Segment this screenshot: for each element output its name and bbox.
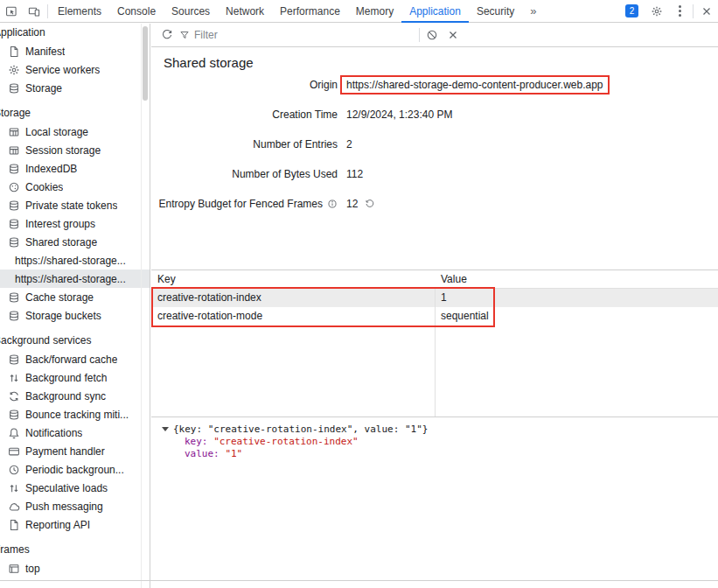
sidebar-item-speculative-loads[interactable]: Speculative loads [0, 479, 150, 497]
tab-memory[interactable]: Memory [348, 0, 401, 23]
column-header-key[interactable]: Key [151, 270, 435, 288]
sidebar-item-payment-handler[interactable]: Payment handler [0, 442, 150, 460]
sidebar-item-local-storage[interactable]: Local storage [0, 122, 150, 141]
inspect-cursor-icon [5, 5, 17, 18]
filter-input[interactable] [194, 29, 417, 41]
sidebar-section-frames[interactable]: Frames [0, 541, 150, 559]
device-toolbar-button[interactable] [23, 0, 45, 23]
tab-performance[interactable]: Performance [272, 0, 348, 23]
clock-icon [8, 464, 20, 476]
arrows-up-down-icon [8, 482, 20, 494]
tab-network[interactable]: Network [218, 0, 272, 23]
block-icon [426, 29, 438, 41]
sidebar-item-session-storage[interactable]: Session storage [0, 141, 150, 159]
entries-label: Number of Entries [151, 138, 338, 150]
sidebar-item-background-sync[interactable]: Background sync [0, 387, 150, 405]
creation-time-value: 12/9/2024, 1:23:40 PM [346, 108, 452, 121]
sidebar-item-background-fetch[interactable]: Background fetch [0, 368, 150, 387]
database-icon [8, 200, 20, 212]
tab-sources[interactable]: Sources [164, 0, 218, 23]
delete-selected-button[interactable] [443, 24, 464, 46]
tab-security[interactable]: Security [469, 0, 522, 23]
devtools-tab-bar: Elements Console Sources Network Perform… [0, 0, 718, 23]
close-devtools-button[interactable] [695, 0, 718, 23]
info-icon[interactable] [327, 199, 338, 209]
bytes-used-value: 112 [346, 168, 363, 180]
metadata-section: Origin https://shared-storage-demo-conte… [151, 70, 718, 219]
cell-key: creative-rotation-index [151, 289, 435, 307]
column-header-value[interactable]: Value [435, 270, 718, 288]
delete-all-button[interactable] [422, 24, 443, 46]
more-tabs-button[interactable]: » [522, 0, 544, 23]
database-icon [8, 236, 20, 248]
scrollbar-gutter [141, 24, 142, 588]
shared-storage-toolbar [151, 24, 718, 47]
object-property-value: value: "1" [162, 448, 718, 459]
reset-budget-icon[interactable] [365, 199, 375, 209]
tab-console[interactable]: Console [109, 0, 164, 23]
storage-items-table: Key Value creative-rotation-index 1 crea… [151, 270, 718, 416]
entries-value: 2 [346, 138, 352, 150]
sidebar-item-cookies[interactable]: Cookies [0, 178, 150, 196]
gear-icon [651, 5, 663, 18]
preview-pane: {key: "creative-rotation-index", value: … [151, 416, 718, 588]
metadata-row-origin: Origin https://shared-storage-demo-conte… [151, 70, 718, 100]
annotation-box-origin: https://shared-storage-demo-content-prod… [340, 75, 610, 94]
origin-label: Origin [151, 79, 338, 91]
database-icon [8, 310, 20, 322]
arrows-up-down-icon [8, 372, 20, 384]
sidebar-item-frame-top[interactable]: top [0, 559, 150, 578]
cookie-icon [8, 181, 20, 193]
sidebar-item-back-forward-cache[interactable]: Back/forward cache [0, 350, 150, 368]
refresh-button[interactable] [157, 24, 178, 46]
sidebar-item-interest-groups[interactable]: Interest groups [0, 214, 150, 233]
sidebar-section-application[interactable]: Application [0, 24, 150, 42]
tab-elements[interactable]: Elements [50, 0, 109, 23]
devtools-menu-button[interactable] [668, 0, 691, 23]
sidebar-item-storage[interactable]: Storage [0, 79, 150, 97]
shared-storage-view: Shared storage Origin https://shared-sto… [151, 48, 718, 588]
sidebar-item-reporting-api[interactable]: Reporting API [0, 515, 150, 534]
frame-icon [8, 563, 20, 575]
sidebar-section-storage[interactable]: Storage [0, 104, 150, 122]
metadata-row-bytes-used: Number of Bytes Used 112 [151, 159, 718, 189]
column-divider[interactable] [435, 270, 436, 416]
sidebar-item-indexeddb[interactable]: IndexedDB [0, 159, 150, 178]
table-header-row: Key Value [151, 270, 718, 289]
metadata-row-entropy-budget: Entropy Budget for Fenced Frames 12 [151, 189, 718, 219]
expand-triangle-icon[interactable] [162, 427, 169, 431]
sidebar-item-cache-storage[interactable]: Cache storage [0, 288, 150, 306]
sidebar-item-shared-storage-origin-2[interactable]: https://shared-storage... [0, 270, 150, 288]
sidebar-item-push-messaging[interactable]: Push messaging [0, 497, 150, 515]
cell-value: 1 [435, 289, 718, 307]
sidebar-section-background-services[interactable]: Background services [0, 332, 150, 350]
cell-value: sequential [435, 307, 718, 326]
sidebar-item-manifest[interactable]: Manifest [0, 42, 150, 60]
inspect-element-button[interactable] [0, 0, 23, 23]
database-icon [8, 291, 20, 304]
sidebar-scrollbar-thumb[interactable] [143, 26, 148, 101]
metadata-row-creation-time: Creation Time 12/9/2024, 1:23:40 PM [151, 100, 718, 130]
console-messages-badge[interactable]: 2 [625, 4, 638, 18]
devices-icon [28, 5, 40, 18]
sidebar-item-private-state-tokens[interactable]: Private state tokens [0, 196, 150, 214]
divider [419, 28, 420, 42]
sidebar-item-periodic-background-sync[interactable]: Periodic backgroun... [0, 460, 150, 479]
service-worker-gear-icon [8, 64, 20, 76]
sidebar-item-shared-storage[interactable]: Shared storage [0, 233, 150, 251]
sidebar-item-shared-storage-origin-1[interactable]: https://shared-storage... [0, 251, 150, 270]
sidebar-item-notifications[interactable]: Notifications [0, 424, 150, 442]
document-icon [8, 519, 20, 531]
origin-value: https://shared-storage-demo-content-prod… [346, 79, 603, 91]
sidebar-item-storage-buckets[interactable]: Storage buckets [0, 306, 150, 325]
object-property-key: key: "creative-rotation-index" [162, 436, 718, 447]
settings-button[interactable] [645, 0, 668, 23]
tab-application[interactable]: Application [401, 0, 469, 23]
entropy-budget-label: Entropy Budget for Fenced Frames [159, 198, 323, 210]
sidebar-item-service-workers[interactable]: Service workers [0, 60, 150, 79]
card-icon [8, 445, 20, 458]
kebab-menu-icon [679, 5, 681, 17]
sidebar-item-bounce-tracking[interactable]: Bounce tracking miti... [0, 405, 150, 424]
database-icon [8, 82, 20, 94]
filter-funnel-icon [179, 30, 190, 40]
